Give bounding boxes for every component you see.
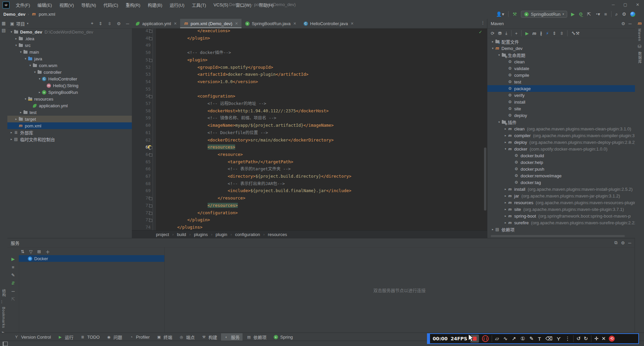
project-stripe-icon[interactable]: ▦ bbox=[0, 21, 7, 26]
maven-row-docker:removeImage[interactable]: ⚙docker:removeImage bbox=[487, 172, 635, 179]
chevron-right-icon[interactable]: ▸ bbox=[491, 228, 495, 231]
chevron-down-icon[interactable]: ▾ bbox=[23, 57, 28, 60]
chevron-down-icon[interactable]: ▾ bbox=[19, 50, 23, 54]
freehand-pen-tool[interactable]: ∿ bbox=[503, 336, 508, 342]
tree-row-main[interactable]: ▾main bbox=[7, 49, 132, 55]
toolwindow-tab-TODO[interactable]: ≣TODO bbox=[77, 334, 102, 340]
search-icon[interactable]: ⌕ bbox=[615, 11, 618, 17]
maven-row-install[interactable]: ⚙install bbox=[487, 99, 635, 105]
maven-row-clean[interactable]: ⚙clean bbox=[487, 58, 635, 65]
more-tools[interactable]: ⋮ bbox=[565, 336, 570, 342]
stripe-group-structure[interactable]: 结构⫶ bbox=[0, 289, 7, 304]
xml-breadcrumb-item[interactable]: resources bbox=[268, 232, 287, 237]
maven-row-package[interactable]: ⚙package bbox=[487, 85, 635, 92]
fold-marker-icon[interactable] bbox=[149, 219, 152, 222]
fold-marker-icon[interactable] bbox=[149, 59, 152, 62]
settings-gear-icon[interactable]: ⚙ bbox=[622, 11, 626, 17]
maven-stripe-icon[interactable]: m bbox=[635, 21, 644, 26]
fold-marker-icon[interactable] bbox=[149, 205, 152, 208]
build-hammer-icon[interactable]: ⚒ bbox=[513, 11, 517, 17]
tab-close-icon[interactable]: ✕ bbox=[293, 21, 296, 26]
fold-marker-icon[interactable] bbox=[149, 37, 152, 40]
maven-row-配置文件[interactable]: ▸✓配置文件 bbox=[487, 38, 635, 45]
chevron-right-icon[interactable]: ▸ bbox=[19, 111, 23, 114]
chevron-down-icon[interactable]: ▾ bbox=[491, 47, 495, 50]
toolwindow-tab-依赖项[interactable]: ▤依赖项 bbox=[244, 333, 269, 341]
tab-pom-xml-demo-dev-[interactable]: mpom.xml (Demo_dev)✕ bbox=[180, 19, 241, 28]
arrow-tool[interactable]: ↗ bbox=[512, 336, 516, 342]
maven-row-docker:help[interactable]: ⚙docker:help bbox=[487, 159, 635, 166]
start-service-icon[interactable]: ▶ bbox=[11, 256, 15, 262]
run-maven-goal-icon[interactable]: ▶ bbox=[525, 31, 529, 36]
generate-sources-icon[interactable]: ⛃ bbox=[498, 31, 502, 36]
spotlight-tool[interactable]: ϒ bbox=[557, 336, 561, 342]
fold-marker-icon[interactable] bbox=[149, 30, 152, 33]
chevron-down-icon[interactable]: ▾ bbox=[497, 53, 501, 57]
tab-application-yml[interactable]: application.yml✕ bbox=[132, 19, 180, 28]
maven-stripe-label[interactable]: Maven bbox=[638, 28, 642, 41]
chevron-right-icon[interactable]: ▸ bbox=[503, 208, 507, 211]
chevron-right-icon[interactable]: ▸ bbox=[9, 137, 13, 141]
tab-hellocontroller-java[interactable]: CHelloController.java✕ bbox=[300, 19, 357, 28]
skip-tests-icon[interactable]: ∦ bbox=[540, 31, 542, 36]
coverage-button[interactable]: ⇱ bbox=[587, 11, 591, 17]
maven-row-jar[interactable]: ▸mjar(org.apache.maven.plugins:maven-jar… bbox=[487, 192, 635, 199]
reimport-icon[interactable]: ⟳ bbox=[491, 31, 494, 36]
collapse-services-icon[interactable]: ─ bbox=[11, 289, 14, 294]
fold-marker-icon[interactable] bbox=[149, 197, 152, 200]
xml-breadcrumb-item[interactable]: build bbox=[177, 232, 186, 237]
maven-row-compile[interactable]: ⚙compile bbox=[487, 72, 635, 78]
toolwindow-tab-Spring[interactable]: sSpring bbox=[271, 334, 296, 340]
tree-row-controller[interactable]: ▾controller bbox=[7, 69, 132, 75]
offline-mode-icon[interactable]: ⚡ bbox=[546, 31, 549, 36]
maven-row-生命周期[interactable]: ▾⚙生命周期 bbox=[487, 52, 635, 58]
maven-hscrollbar[interactable] bbox=[491, 235, 625, 237]
chevron-right-icon[interactable]: ▸ bbox=[503, 194, 507, 197]
maven-row-deploy[interactable]: ▸mdeploy(org.apache.maven.plugins:maven-… bbox=[487, 139, 635, 146]
eraser-tool[interactable]: ⌫ bbox=[545, 336, 552, 342]
panel-settings-gear-icon[interactable]: ⚙ bbox=[117, 21, 121, 26]
chevron-down-icon[interactable]: ▾ bbox=[503, 147, 507, 151]
menu-item[interactable]: 文件(F) bbox=[13, 1, 33, 9]
stop-button[interactable]: ■ bbox=[604, 11, 607, 17]
tab-overflow-icon[interactable]: ⋮ bbox=[481, 20, 485, 25]
chevron-right-icon[interactable]: ▸ bbox=[503, 201, 507, 204]
sort-icon[interactable]: ⇅ bbox=[21, 249, 24, 254]
shapes-tool[interactable]: ▱ bbox=[495, 336, 499, 342]
maven-row-deploy[interactable]: ⚙deploy bbox=[487, 112, 635, 119]
chevron-down-icon[interactable]: ▾ bbox=[9, 30, 13, 34]
xml-breadcrumb-item[interactable]: plugins bbox=[194, 232, 208, 237]
chevron-right-icon[interactable]: ▸ bbox=[491, 40, 495, 43]
maven-row-verify[interactable]: ⚙verify bbox=[487, 92, 635, 99]
run-button[interactable]: ▶ bbox=[571, 11, 575, 17]
services-hide-icon[interactable]: ─ bbox=[628, 240, 631, 245]
chevron-right-icon[interactable]: ▸ bbox=[503, 140, 507, 144]
expand-services-icon[interactable]: ⇵ bbox=[11, 281, 15, 286]
profiler-button[interactable]: ◔▾ bbox=[595, 11, 600, 17]
tree-row-Demo-dev[interactable]: ▾Demo_devD:\CodeWord\Demo_dev bbox=[7, 28, 132, 35]
add-service-icon[interactable]: ＋ bbox=[46, 248, 50, 255]
toolwindow-tab-Profiler[interactable]: ◔Profiler bbox=[126, 334, 152, 340]
chevron-right-icon[interactable]: ▸ bbox=[14, 37, 18, 40]
tree-row-外部库[interactable]: ▸≣外部库 bbox=[7, 129, 132, 136]
chevron-down-icon[interactable]: ▾ bbox=[38, 77, 42, 80]
group-icon[interactable]: ⊞ bbox=[37, 249, 41, 254]
minimize-button[interactable]: ─ bbox=[612, 2, 615, 7]
maven-row-resources[interactable]: ▸mresources(org.apache.maven.plugins:mav… bbox=[487, 199, 635, 206]
pencil-tool[interactable]: ✎ bbox=[529, 336, 534, 342]
xml-breadcrumb-item[interactable]: plugin bbox=[216, 232, 227, 237]
fold-marker-icon[interactable] bbox=[149, 212, 152, 215]
menu-item[interactable]: VCS(S) bbox=[210, 1, 231, 8]
float-panel-icon[interactable]: ⧉ bbox=[614, 240, 618, 245]
tree-row-HelloController[interactable]: ▾CHelloController bbox=[7, 75, 132, 82]
maven-row-clean[interactable]: ▸mclean(org.apache.maven.plugins:maven-c… bbox=[487, 125, 635, 132]
project-panel-title[interactable]: 项目 bbox=[16, 20, 25, 27]
menu-item[interactable]: 编辑(E) bbox=[35, 1, 55, 9]
stop-service-icon[interactable]: ■ bbox=[12, 265, 14, 270]
toolwindow-tab-问题[interactable]: ◉问题 bbox=[104, 333, 125, 341]
tab-springbootrun-java[interactable]: sSpringBootRun.java✕ bbox=[241, 19, 300, 28]
xml-breadcrumb-item[interactable]: configuration bbox=[235, 232, 260, 237]
chevron-right-icon[interactable]: ▸ bbox=[14, 117, 18, 121]
maven-row-test[interactable]: ⚙test bbox=[487, 78, 635, 85]
maximize-button[interactable]: ▢ bbox=[624, 2, 627, 7]
